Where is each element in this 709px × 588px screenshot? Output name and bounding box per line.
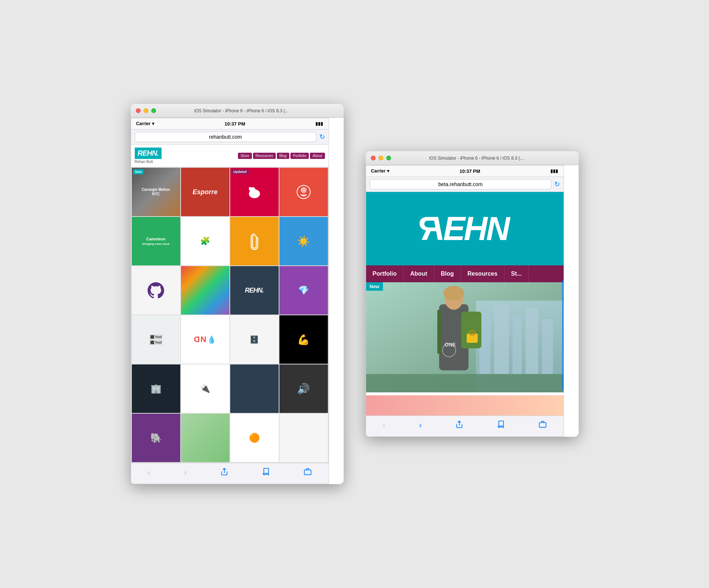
cell-dog-inner <box>230 168 279 216</box>
cell-face-inner <box>279 168 328 216</box>
left-share-button[interactable] <box>217 466 232 479</box>
cell-crystals-inner: 💎 <box>279 266 328 315</box>
right-tabs-button[interactable] <box>535 419 550 432</box>
nav-portfolio[interactable]: Portfolio <box>290 153 309 159</box>
right-url-bar[interactable]: beta.rehanbutt.com <box>370 179 551 189</box>
portfolio-cell-cameleon[interactable]: Cameleonbringing color back <box>132 217 180 265</box>
cell-elephant-inner: 🐘 <box>132 414 180 462</box>
portfolio-cell-cmu[interactable]: New Carnegie MellonNYC <box>132 168 180 216</box>
right-bottom-bar: ‹ › <box>366 415 564 436</box>
cell-rehn-dark-inner: REHN. <box>230 266 279 315</box>
portfolio-cell-github[interactable] <box>132 266 180 315</box>
rehn-hero: REHN <box>366 192 564 265</box>
right-simulator: iOS Simulator - iPhone 6 - iPhone 6 / iO… <box>366 151 579 437</box>
svg-text:ONE: ONE <box>445 342 456 348</box>
right-statusbar-left: Carrier ▾ <box>371 168 389 174</box>
window-title: iOS Simulator - iPhone 6 - iPhone 6 / iO… <box>145 108 339 113</box>
cell-arm-inner: 💪 <box>279 315 328 364</box>
svg-point-18 <box>444 286 464 301</box>
badge-updated-dog: Updated <box>232 169 249 174</box>
portfolio-cell-glass[interactable] <box>181 414 229 462</box>
portfolio-cell-shelves[interactable]: 🗄️ <box>230 315 279 364</box>
nav-store[interactable]: Store <box>238 153 252 159</box>
portfolio-cell-face[interactable] <box>279 168 328 216</box>
right-portfolio-item[interactable]: New <box>366 282 564 415</box>
cell-orange2-inner: 🟠 <box>230 414 279 462</box>
left-tabs-button[interactable] <box>300 466 315 479</box>
portfolio-cell-arm[interactable]: 💪 <box>279 315 328 364</box>
right-share-button[interactable] <box>452 419 467 432</box>
svg-rect-11 <box>494 304 509 374</box>
close-button[interactable] <box>136 108 141 113</box>
svg-rect-12 <box>513 315 522 374</box>
portfolio-cell-building[interactable]: 🏢 <box>132 364 180 413</box>
svg-rect-26 <box>539 422 546 427</box>
carrier-label: Carrier <box>136 121 151 126</box>
logo-text: REHN. <box>138 149 159 157</box>
right-titlebar: iOS Simulator - iPhone 6 - iPhone 6 / iO… <box>366 151 579 165</box>
right-browser-chrome: beta.rehanbutt.com ↻ <box>366 177 564 192</box>
right-battery-icon: ▮▮▮ <box>550 168 558 174</box>
portfolio-photo: ONE <box>366 282 564 392</box>
portfolio-photo-svg: ONE <box>366 282 564 392</box>
portfolio-cell-elephant[interactable]: 🐘 <box>132 414 180 462</box>
portfolio-cell-orange[interactable] <box>230 217 279 265</box>
portfolio-cell-sunny[interactable]: ☀️ <box>279 217 328 265</box>
right-statusbar: Carrier ▾ 10:37 PM ▮▮▮ <box>366 166 564 177</box>
portfolio-cell-rainbow[interactable] <box>181 266 229 315</box>
r-reversed: R <box>421 212 443 245</box>
portfolio-cell-dnd[interactable]: D N 💧 <box>181 315 229 364</box>
left-site-header: REHN. Rehan Butt Store Resources Blog Po… <box>131 145 329 167</box>
right-bookmarks-button[interactable] <box>493 419 509 432</box>
nav-about[interactable]: About <box>310 153 325 159</box>
right-forward-button[interactable]: › <box>415 419 425 432</box>
left-bookmarks-button[interactable] <box>258 466 274 479</box>
dog-icon <box>245 183 264 201</box>
right-close-button[interactable] <box>371 156 376 160</box>
nav-blog[interactable]: Blog <box>277 153 289 159</box>
cell-puzzle-inner: 🧩 <box>181 217 229 265</box>
svg-rect-14 <box>542 319 553 374</box>
right-refresh-button[interactable]: ↻ <box>554 180 560 188</box>
portfolio-cell-rehn-dark[interactable]: REHN. <box>230 266 279 315</box>
cell-dnd-inner: D N 💧 <box>181 315 229 364</box>
cell-glass-inner <box>181 414 229 462</box>
portfolio-cell-puzzle[interactable]: 🧩 <box>181 217 229 265</box>
left-url-bar[interactable]: rehanbutt.com <box>135 132 316 142</box>
cell-cameleon-inner: Cameleonbringing color back <box>132 217 180 265</box>
right-wifi-icon: ▾ <box>387 168 389 174</box>
face-icon <box>294 183 313 201</box>
svg-point-3 <box>257 192 260 195</box>
left-forward-button[interactable]: › <box>180 467 190 479</box>
portfolio-cell-charger[interactable]: 🔌 <box>181 364 229 413</box>
left-back-button[interactable]: ‹ <box>144 467 154 479</box>
cell-shelves-inner: 🗄️ <box>230 315 279 364</box>
cell-speaker-inner: 🔊 <box>279 364 328 413</box>
portfolio-cell-dog[interactable]: Updated <box>230 168 279 216</box>
right-nav-store[interactable]: St... <box>504 265 529 282</box>
portfolio-cell-blocks[interactable] <box>230 364 279 413</box>
svg-rect-15 <box>366 374 564 392</box>
left-statusbar: Carrier ▾ 10:37 PM ▮▮▮ <box>131 118 329 129</box>
right-back-button[interactable]: ‹ <box>379 419 389 432</box>
portfolio-cell-tools[interactable]: ⬛ Tool ⬛ Tool <box>132 315 180 364</box>
cell-blocks-inner <box>230 364 279 413</box>
portfolio-cell-esporre[interactable]: Esporre <box>181 168 229 216</box>
left-refresh-button[interactable]: ↻ <box>319 133 325 141</box>
portfolio-cell-crystals[interactable]: 💎 <box>279 266 328 315</box>
right-nav-portfolio[interactable]: Portfolio <box>366 265 404 282</box>
portfolio-cell-speaker[interactable]: 🔊 <box>279 364 328 413</box>
cell-orange-inner <box>230 217 279 265</box>
right-window-title: iOS Simulator - iPhone 6 - iPhone 6 / iO… <box>380 156 574 161</box>
right-nav-bar: Portfolio About Blog Resources St... <box>366 265 564 282</box>
right-nav-resources[interactable]: Resources <box>461 265 504 282</box>
right-nav-about[interactable]: About <box>404 265 434 282</box>
right-nav-blog[interactable]: Blog <box>434 265 461 282</box>
portfolio-cell-empty <box>279 414 328 462</box>
nav-resources[interactable]: Resources <box>253 153 276 159</box>
right-carrier-label: Carrier <box>371 168 386 174</box>
portfolio-cell-orange2[interactable]: 🟠 <box>230 414 279 462</box>
left-titlebar: iOS Simulator - iPhone 6 - iPhone 6 / iO… <box>131 104 344 118</box>
left-page-content: REHN. Rehan Butt Store Resources Blog Po… <box>131 145 329 463</box>
status-time: 10:37 PM <box>224 121 245 127</box>
